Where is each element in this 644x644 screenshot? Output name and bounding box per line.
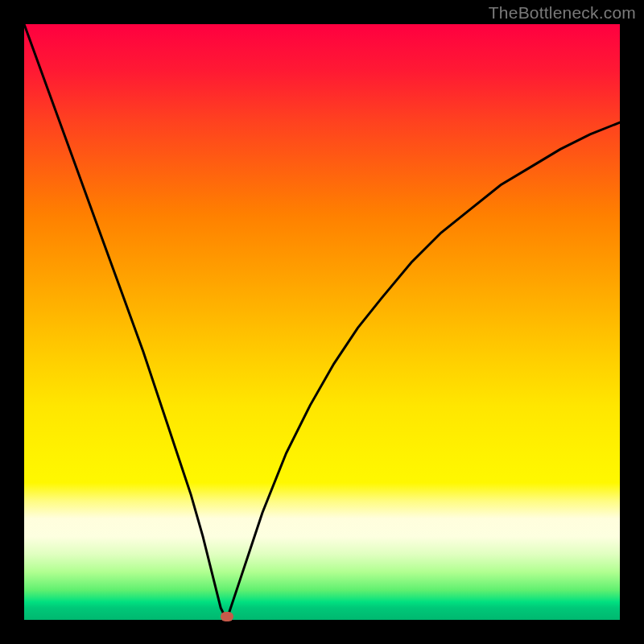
watermark-text: TheBottleneck.com [489,3,636,23]
bottleneck-curve [24,24,620,620]
chart-plot-area [24,24,620,620]
marker-dot [221,612,233,621]
curve-right-branch [227,122,620,620]
curve-left-branch [24,24,227,620]
